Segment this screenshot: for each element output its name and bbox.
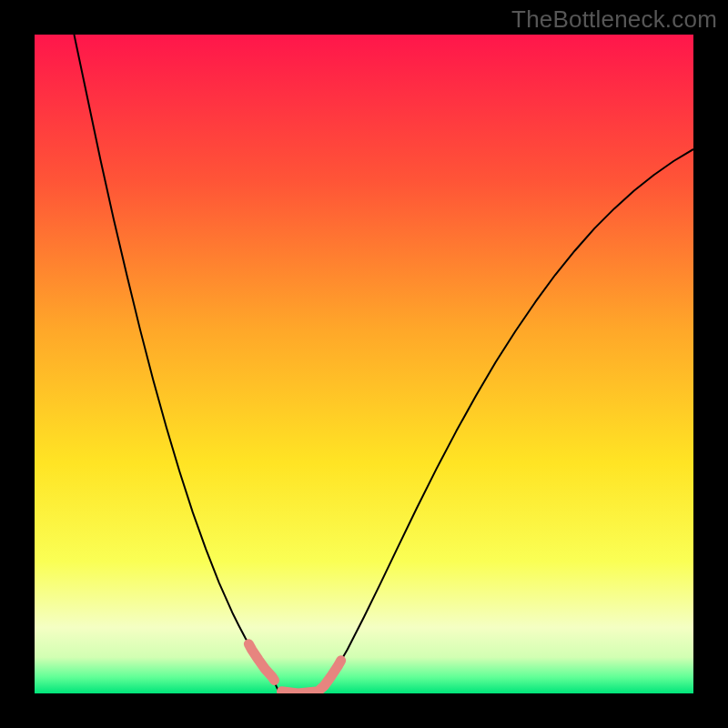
watermark-label: TheBottleneck.com	[511, 5, 717, 34]
chart-frame: TheBottleneck.com	[0, 0, 728, 728]
gradient-background	[35, 35, 693, 693]
plot-area	[35, 35, 693, 693]
chart-svg	[35, 35, 693, 693]
